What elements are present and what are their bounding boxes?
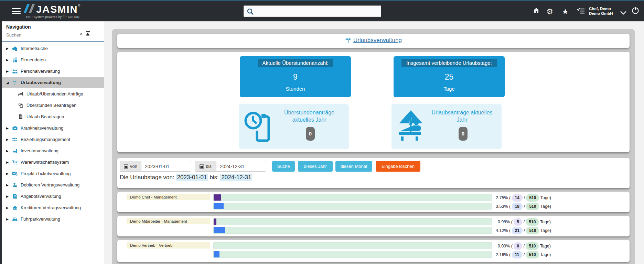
search-icon [247, 8, 254, 16]
sidebar-item-label: Debitoren Vertragsverwaltung [21, 182, 79, 187]
value-pill: 21 [512, 227, 523, 234]
logo-subtitle: ERP-System powered by //P-CATION [25, 15, 80, 19]
expand-arrow-icon[interactable]: ▶ [6, 183, 10, 187]
sidebar-item-label: Inventarverwaltung [21, 148, 58, 153]
date-range-summary: Die Urlaubstage von: 2023-01-01 bis: 202… [120, 174, 252, 181]
stat-card-header: Insgesamt verbleibende Urlaubstage: [401, 59, 496, 67]
sidebar-item-label: Überstunden Beantragen [26, 103, 76, 108]
sidebar-item-fuhrparkverwaltung[interactable]: ▶ Fuhrparkverwaltung [2, 213, 104, 225]
sidebar-item-projekt-ticketverwaltung[interactable]: ▶ 🕑 Projekt-/Ticketverwaltung [2, 168, 104, 179]
expand-arrow-icon[interactable]: ▶ [6, 58, 10, 62]
sidebar-item-firmendaten[interactable]: ▶ Firmendaten [2, 54, 104, 65]
gear-icon[interactable]: ⚙ [545, 7, 555, 17]
clear-search-icon[interactable]: × [78, 31, 84, 37]
people-icon [12, 69, 18, 74]
overtime-stat-line: 2.75% ( 14 / 510 Tage) [496, 194, 551, 201]
sidebar-item-beziehungsmanagement[interactable]: ▶ Beziehungsmanagement [2, 134, 104, 145]
sidebar-item-warenwirtschaftssystem[interactable]: ▶ Warenwirtschaftssystem [2, 156, 104, 168]
sidebar-item-label: Angebotsverwaltung [21, 194, 61, 199]
expand-arrow-icon[interactable]: ▶ [6, 70, 10, 73]
chevron-down-icon[interactable] [619, 10, 627, 17]
hamburger-menu-icon[interactable] [12, 8, 21, 14]
sidebar-item-urlaubsverwaltung[interactable]: ◢ Urlaubsverwaltung [2, 77, 104, 88]
search-button[interactable]: Suche [272, 161, 295, 172]
expand-arrow-icon[interactable]: ▶ [6, 217, 10, 221]
star-icon[interactable]: ★ [560, 7, 570, 17]
expand-arrow-icon[interactable]: ▶ [6, 172, 10, 175]
expand-arrow-icon[interactable]: ▶ [6, 138, 10, 141]
vacation-bar-fill [214, 203, 224, 209]
cloud-search-icon [12, 46, 18, 51]
this-month-button[interactable]: diesen Monat [335, 161, 372, 172]
svg-text:%: % [15, 197, 17, 199]
expand-arrow-icon[interactable]: ▶ [6, 47, 10, 50]
overtime-stat-card: Aktuelle Überstundenanzahl: 9 Stunden [240, 56, 351, 97]
page-title-link[interactable]: Urlaubsverwaltung [345, 37, 402, 43]
vacation-days-unit: Tage [394, 86, 505, 92]
home-icon[interactable] [531, 7, 541, 17]
sidebar-divider [2, 41, 104, 42]
vacation-stat-line: 3.53% ( 18 / 510 Tage) [496, 203, 551, 210]
svg-text:🕑: 🕑 [15, 174, 17, 175]
palm-icon [12, 80, 18, 85]
sidebar-item-label: Urlaub Beantragen [26, 114, 64, 119]
filter-panel: von bis Suche dieses Jahr diesen Monat E… [117, 158, 630, 188]
sidebar-item-urlaub-ueberstunden-antraege[interactable]: Urlaub/Überstunden Anträge [2, 88, 104, 100]
sidebar-item-inventarverwaltung[interactable]: ▶ Inventarverwaltung [2, 145, 104, 156]
expand-arrow-icon[interactable]: ▶ [6, 161, 10, 164]
sidebar-search-input[interactable] [6, 31, 78, 39]
total-pill: 510 [526, 194, 539, 202]
home-euro-icon: € [12, 205, 18, 211]
clear-input-button[interactable]: Eingabe löschen [376, 161, 420, 172]
page-title-panel: Urlaubsverwaltung [117, 34, 630, 48]
sidebar-item-label: Warenwirtschaftssystem [21, 160, 69, 165]
sidebar-item-angebotsverwaltung[interactable]: ▶ % Angebotsverwaltung [2, 191, 104, 202]
sidebar-item-debitoren-vertragsverwaltung[interactable]: ▶ $ Debitoren Vertragsverwaltung [2, 179, 104, 191]
expand-arrow-icon[interactable]: ▶ [6, 126, 10, 130]
sidebar-item-ueberstunden-beantragen[interactable]: Überstunden Beantragen [2, 100, 104, 111]
overtime-stat-line: 0.98% ( 5 / 510 Tage) [496, 218, 551, 225]
overtime-bar-track [213, 194, 492, 201]
sidebar-item-label: Internetsuche [21, 46, 48, 51]
sidebar-item-urlaub-beantragen[interactable]: Urlaub Beantragen [2, 111, 104, 122]
sidebar-item-internetsuche[interactable]: ▶ Internetsuche [2, 43, 104, 54]
sidebar-item-personalverwaltung[interactable]: ▶ Personalverwaltung [2, 65, 104, 77]
vacation-bar-track [213, 251, 492, 258]
first-aid-icon [12, 125, 18, 131]
date-to-label: bis [206, 164, 212, 169]
date-from-addon: von [120, 161, 141, 172]
overtime-requests-label: Überstundenanträge aktuelles Jahr [275, 109, 344, 123]
page-title: Urlaubsverwaltung [117, 37, 630, 44]
vacation-stat-line: 2.16% ( 11 / 510 Tage) [496, 251, 551, 258]
collapse-arrow-icon[interactable]: ◢ [6, 81, 10, 84]
calendar-icon [124, 164, 128, 169]
chart-group-demo-vertrieb: Demo Vertrieb - Vertrieb 0.00% ( 0 / 510… [117, 240, 630, 262]
jasmin-logo: JASMIN® ERP-System powered by //P-CATION [25, 4, 80, 20]
expand-arrow-icon[interactable]: ▶ [6, 206, 10, 210]
total-pill: 510 [526, 242, 539, 250]
value-pill: 11 [512, 251, 523, 258]
sidebar-item-label: Kreditoren Vertragsverwaltung [21, 205, 81, 210]
user-menu[interactable]: Chef, Demo Demo GmbH [589, 6, 620, 16]
car-icon [12, 216, 18, 222]
sidebar-item-krankheitsverwaltung[interactable]: ▶ Krankheitsverwaltung [2, 122, 104, 134]
task-list-icon[interactable] [576, 7, 586, 17]
building-icon [12, 57, 18, 63]
summary-cards-panel: Aktuelle Überstundenanzahl: 9 Stunden In… [117, 52, 630, 152]
sidebar-item-kreditoren-vertragsverwaltung[interactable]: ▶ € Kreditoren Vertragsverwaltung [2, 202, 104, 213]
sidebar-nav-list: ▶ Internetsuche ▶ Firmendaten ▶ Personal… [2, 43, 104, 225]
date-from-input[interactable] [141, 161, 191, 172]
expand-arrow-icon[interactable]: ▶ [6, 149, 10, 153]
collapse-all-icon[interactable] [85, 31, 90, 37]
global-search-input[interactable] [256, 7, 379, 16]
registered-mark: ® [78, 4, 80, 7]
power-icon[interactable] [631, 6, 640, 16]
this-year-button[interactable]: dieses Jahr [298, 161, 333, 172]
expand-arrow-icon[interactable]: ▶ [6, 195, 10, 198]
logo-slash-blue [24, 4, 30, 13]
date-from-group: von [120, 161, 191, 172]
sidebar-item-label: Krankheitsverwaltung [21, 125, 63, 131]
calendar-icon [200, 164, 204, 169]
summary-from-date: 2023-01-01 [176, 174, 208, 181]
date-to-input[interactable] [216, 161, 266, 172]
